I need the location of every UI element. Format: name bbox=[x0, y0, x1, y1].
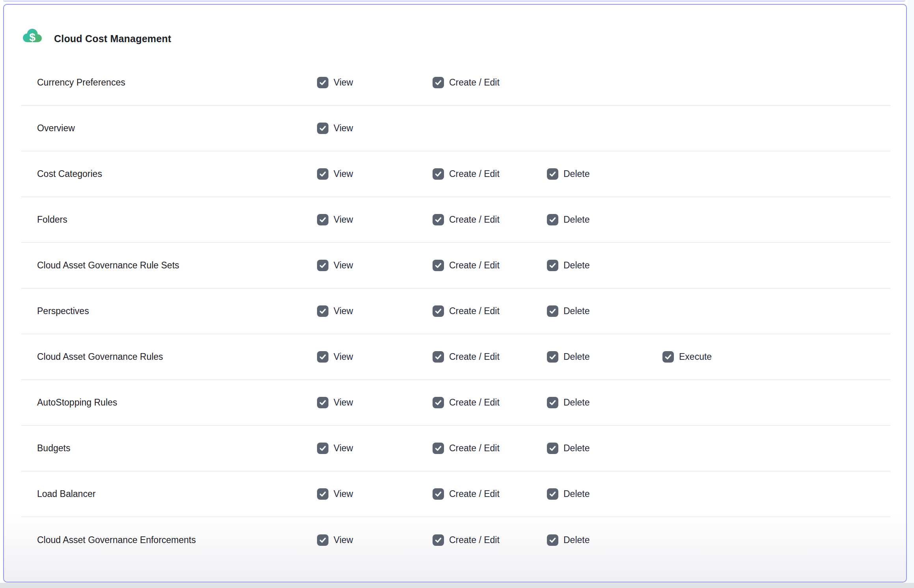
delete-checkbox[interactable] bbox=[547, 351, 558, 363]
view-checkbox[interactable] bbox=[317, 305, 328, 317]
permission-label: Delete bbox=[563, 443, 589, 454]
permission-label: View bbox=[334, 352, 353, 362]
create-edit-checkbox[interactable] bbox=[433, 214, 444, 225]
view-checkbox[interactable] bbox=[317, 214, 328, 225]
delete-checkbox[interactable] bbox=[547, 443, 558, 454]
cloud-dollar-icon: $ bbox=[22, 27, 43, 44]
permission-cell: Delete bbox=[547, 443, 662, 454]
create-edit-checkbox[interactable] bbox=[433, 443, 444, 454]
permission-label: Delete bbox=[563, 535, 589, 545]
permission-label: View bbox=[334, 535, 353, 545]
resource-label: Cloud Asset Governance Rules bbox=[37, 352, 317, 362]
permission-cell: Delete bbox=[547, 168, 662, 180]
permission-cell: Create / Edit bbox=[433, 397, 547, 408]
create-edit-checkbox[interactable] bbox=[433, 397, 444, 408]
checkmark-icon bbox=[319, 444, 327, 452]
view-checkbox[interactable] bbox=[317, 397, 328, 408]
permission-label: View bbox=[334, 123, 353, 134]
delete-checkbox[interactable] bbox=[547, 534, 558, 546]
permission-cell: Create / Edit bbox=[433, 534, 547, 546]
permission-cell: Execute bbox=[662, 351, 890, 363]
delete-checkbox[interactable] bbox=[547, 260, 558, 271]
permission-label: Delete bbox=[563, 397, 589, 408]
create-edit-checkbox[interactable] bbox=[433, 351, 444, 363]
permission-cell: Create / Edit bbox=[433, 260, 547, 271]
checkmark-icon bbox=[434, 78, 442, 87]
view-checkbox[interactable] bbox=[317, 351, 328, 363]
permission-label: Delete bbox=[563, 306, 589, 316]
permission-cell: Create / Edit bbox=[433, 443, 547, 454]
checkmark-icon bbox=[319, 261, 327, 270]
delete-checkbox[interactable] bbox=[547, 168, 558, 180]
permission-label: Delete bbox=[563, 169, 589, 179]
permission-cell: View bbox=[317, 168, 433, 180]
permission-label: Create / Edit bbox=[449, 260, 500, 271]
permission-cell: Create / Edit bbox=[433, 77, 547, 88]
table-row-perspectives: Perspectives View Create / Edit Delete bbox=[21, 288, 890, 334]
permission-cell: Delete bbox=[547, 397, 662, 408]
permission-cell: View bbox=[317, 534, 433, 546]
table-row-cost-categories: Cost Categories View Create / Edit Delet… bbox=[21, 151, 890, 197]
permission-label: Execute bbox=[679, 352, 712, 362]
checkmark-icon bbox=[434, 170, 442, 178]
page-background-bottom bbox=[0, 583, 914, 588]
permission-label: Delete bbox=[563, 489, 589, 499]
permission-label: View bbox=[334, 306, 353, 316]
view-checkbox[interactable] bbox=[317, 443, 328, 454]
permission-label: View bbox=[334, 397, 353, 408]
resource-label: Overview bbox=[37, 123, 317, 134]
delete-checkbox[interactable] bbox=[547, 214, 558, 225]
view-checkbox[interactable] bbox=[317, 168, 328, 180]
permission-label: Create / Edit bbox=[449, 397, 500, 408]
permission-cell: View bbox=[317, 214, 433, 225]
create-edit-checkbox[interactable] bbox=[433, 488, 444, 500]
checkmark-icon bbox=[434, 490, 442, 498]
checkmark-icon bbox=[319, 536, 327, 544]
permission-label: View bbox=[334, 489, 353, 499]
previous-card-edge bbox=[3, 0, 905, 2]
view-checkbox[interactable] bbox=[317, 123, 328, 134]
view-checkbox[interactable] bbox=[317, 488, 328, 500]
cloud-cost-management-permissions-card: $ Cloud Cost Management Currency Prefere… bbox=[3, 4, 907, 582]
permission-label: Create / Edit bbox=[449, 489, 500, 499]
create-edit-checkbox[interactable] bbox=[433, 534, 444, 546]
create-edit-checkbox[interactable] bbox=[433, 305, 444, 317]
permission-cell: View bbox=[317, 443, 433, 454]
checkmark-icon bbox=[319, 490, 327, 498]
checkmark-icon bbox=[434, 307, 442, 315]
checkmark-icon bbox=[434, 261, 442, 270]
checkmark-icon bbox=[548, 536, 557, 544]
view-checkbox[interactable] bbox=[317, 77, 328, 88]
delete-checkbox[interactable] bbox=[547, 488, 558, 500]
permission-cell: View bbox=[317, 123, 433, 134]
checkmark-icon bbox=[434, 353, 442, 361]
permission-cell: View bbox=[317, 351, 433, 363]
permission-label: Create / Edit bbox=[449, 169, 500, 179]
permission-label: View bbox=[334, 169, 353, 179]
create-edit-checkbox[interactable] bbox=[433, 260, 444, 271]
checkmark-icon bbox=[548, 353, 557, 361]
permission-cell: Create / Edit bbox=[433, 168, 547, 180]
permission-label: Delete bbox=[563, 214, 589, 225]
svg-text:$: $ bbox=[29, 31, 35, 43]
table-row-load-balancer: Load Balancer View Create / Edit Delete bbox=[21, 471, 890, 517]
permission-cell: View bbox=[317, 488, 433, 500]
checkmark-icon bbox=[548, 261, 557, 270]
execute-checkbox[interactable] bbox=[662, 351, 674, 363]
permission-label: Create / Edit bbox=[449, 214, 500, 225]
permission-cell: Delete bbox=[547, 351, 662, 363]
permission-label: Delete bbox=[563, 352, 589, 362]
view-checkbox[interactable] bbox=[317, 260, 328, 271]
resource-label: Cloud Asset Governance Enforcements bbox=[37, 535, 317, 545]
view-checkbox[interactable] bbox=[317, 534, 328, 546]
permission-label: View bbox=[334, 77, 353, 88]
create-edit-checkbox[interactable] bbox=[433, 77, 444, 88]
delete-checkbox[interactable] bbox=[547, 305, 558, 317]
checkmark-icon bbox=[548, 490, 557, 498]
delete-checkbox[interactable] bbox=[547, 397, 558, 408]
permission-label: Create / Edit bbox=[449, 443, 500, 454]
checkmark-icon bbox=[548, 307, 557, 315]
create-edit-checkbox[interactable] bbox=[433, 168, 444, 180]
resource-label: AutoStopping Rules bbox=[37, 397, 317, 408]
resource-label: Load Balancer bbox=[37, 489, 317, 499]
